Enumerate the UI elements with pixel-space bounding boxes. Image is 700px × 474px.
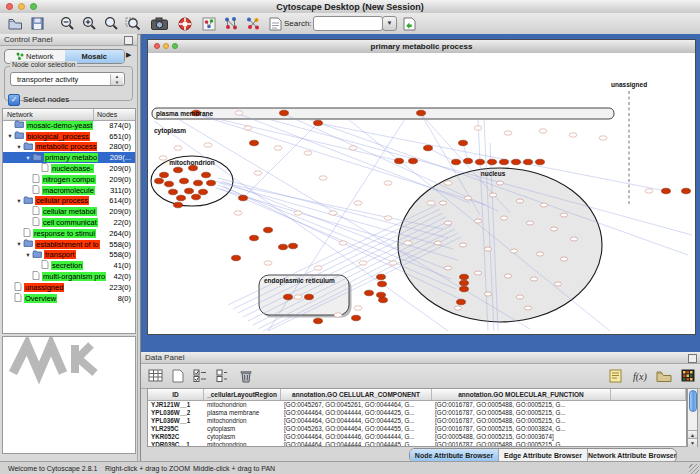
tree-row[interactable]: ▼transport558(0) xyxy=(3,250,135,261)
network-canvas[interactable]: plasma membranenucleusmitochondrionendop… xyxy=(148,53,695,334)
table-col-header[interactable]: _cellularLayoutRegion xyxy=(204,389,281,400)
open-icon[interactable] xyxy=(6,15,24,32)
select-nodes-checkbox[interactable]: ✓ xyxy=(8,94,20,106)
tree-row-label: cell communicat xyxy=(42,218,98,227)
network-overview-panel[interactable] xyxy=(2,336,136,454)
network-window[interactable]: primary metabolic process plasma membran… xyxy=(147,39,696,335)
new-attribute-icon[interactable] xyxy=(169,367,186,384)
tree-row[interactable]: response to stimul264(0) xyxy=(3,228,135,239)
control-panel: Control Panel NetworkMosaic ▶ Node color… xyxy=(0,34,138,461)
tab-scroll-right-icon[interactable]: ▶ xyxy=(126,51,131,59)
data-panel: Data Panel f(x) ID_cellularLayoutRegiona… xyxy=(140,352,700,461)
float-panel-icon[interactable] xyxy=(688,354,697,363)
expander-icon[interactable]: ▼ xyxy=(15,144,23,150)
tree-row[interactable]: cellular metabol209(0) xyxy=(3,206,135,217)
network-window-titlebar[interactable]: primary metabolic process xyxy=(148,40,695,54)
tree-row[interactable]: Overview8(0) xyxy=(3,293,135,304)
tree-row[interactable]: unassigned223(0) xyxy=(3,282,135,293)
layout-network-b-icon[interactable] xyxy=(244,15,262,32)
file-icon xyxy=(32,206,40,217)
attribute-table-header[interactable]: ID_cellularLayoutRegionannotation.GO CEL… xyxy=(148,389,686,401)
folder-icon xyxy=(32,153,42,163)
expander-icon[interactable]: ▼ xyxy=(15,241,23,247)
tree-row[interactable]: ▼establishment of lo558(0) xyxy=(3,239,135,250)
float-panel-icon[interactable] xyxy=(124,36,133,45)
table-row[interactable]: YPL036W__2plasma membrane[GO:0044464, GO… xyxy=(148,409,686,417)
tree-row-label: Overview xyxy=(24,294,57,303)
table-row[interactable]: YJR121W__1mitochondrion[GO:0045267, GO:0… xyxy=(148,401,686,409)
expander-icon[interactable]: ▼ xyxy=(6,133,14,139)
table-col-header[interactable]: annotation.GO MOLECULAR_FUNCTION xyxy=(432,389,611,400)
tree-row[interactable]: multi-organism pro42(0) xyxy=(3,271,135,282)
expander-icon[interactable]: ▼ xyxy=(24,155,32,161)
tree-row[interactable]: ▼primary metabo209(... xyxy=(3,152,135,163)
folder-icon xyxy=(14,120,24,130)
heatmap-icon[interactable] xyxy=(679,367,696,384)
svg-text:endoplasmic reticulum: endoplasmic reticulum xyxy=(264,277,335,285)
zoom-out-icon[interactable] xyxy=(58,15,76,32)
delete-attribute-icon[interactable] xyxy=(237,367,254,384)
select-attributes-icon[interactable] xyxy=(191,367,208,384)
snapshot-camera-icon[interactable] xyxy=(150,15,168,32)
table-icon[interactable] xyxy=(147,367,164,384)
import-folder-icon[interactable] xyxy=(655,367,672,384)
file-icon xyxy=(14,282,22,293)
node-color-attribute-value: transporter activity xyxy=(17,75,78,84)
node-color-attribute-select[interactable]: transporter activity ▲▼ xyxy=(10,72,125,86)
tree-row[interactable]: cell communicat22(0) xyxy=(3,217,135,228)
table-cell: [GO:0016787, GO:0005488, GO:0005215, G..… xyxy=(432,401,611,409)
search-dropdown-arrow[interactable]: ▼ xyxy=(382,16,397,31)
tree-row[interactable]: secretion41(0) xyxy=(3,260,135,271)
table-col-header[interactable]: ID xyxy=(148,389,204,400)
folder-icon xyxy=(23,142,33,152)
tree-row-count: 209(0) xyxy=(109,207,135,216)
tree-row[interactable]: nitrogen compo209(0) xyxy=(3,174,135,185)
table-cell: YPL036W__2 xyxy=(148,409,204,417)
table-row[interactable]: YKR052Ccytoplasm[GO:0044464, GO:0044446,… xyxy=(148,433,686,441)
scroll-down-icon[interactable]: ▼ xyxy=(688,438,697,447)
attribute-table-rows: YJR121W__1mitochondrion[GO:0045267, GO:0… xyxy=(148,401,686,447)
table-scrollbar[interactable]: ▲ ▼ xyxy=(687,388,698,447)
file-icon xyxy=(32,185,40,196)
search-input[interactable] xyxy=(313,16,383,31)
table-col-header[interactable]: annotation.GO CELLULAR_COMPONENT xyxy=(281,389,432,400)
expander-icon[interactable]: ▼ xyxy=(15,198,23,204)
zoom-selected-icon[interactable] xyxy=(124,15,142,32)
table-cell: [GO:0045267, GO:0045261, GO:0044464, G..… xyxy=(281,401,432,409)
save-icon[interactable] xyxy=(28,15,46,32)
expander-icon[interactable]: ▼ xyxy=(24,252,32,258)
folder-icon xyxy=(14,131,24,141)
file-icon xyxy=(41,163,49,174)
scrollbar-thumb[interactable] xyxy=(689,390,697,412)
table-cell: plasma membrane xyxy=(204,409,281,417)
plugin-manager-icon[interactable] xyxy=(400,15,418,32)
vizmapper-icon[interactable] xyxy=(200,15,218,32)
network-tree-rows: mosaic-demo-yeast874(0)▼biological_proce… xyxy=(3,120,135,304)
help-lifesaver-icon[interactable] xyxy=(176,15,194,32)
tree-row[interactable]: ▼metabolic process280(0) xyxy=(3,142,135,153)
zoom-fit-icon[interactable] xyxy=(102,15,120,32)
unselect-attributes-icon[interactable] xyxy=(213,367,230,384)
resize-grip[interactable] xyxy=(689,464,699,474)
network-tree-panel: Network Nodes mosaic-demo-yeast874(0)▼bi… xyxy=(2,108,136,334)
tree-col-nodes: Nodes xyxy=(94,109,135,120)
tree-row[interactable]: ▼cellular process614(0) xyxy=(3,196,135,207)
tree-row[interactable]: mosaic-demo-yeast874(0) xyxy=(3,120,135,131)
table-cell: [GO:0044464, GO:0044446, GO:0044444, G..… xyxy=(281,433,432,441)
tree-row-count: 280(0) xyxy=(109,142,135,151)
svg-text:cytoplasm: cytoplasm xyxy=(154,127,186,135)
annotation-icon[interactable] xyxy=(266,15,284,32)
tree-row[interactable]: macromolecule311(0) xyxy=(3,185,135,196)
tree-row[interactable]: nucleobase-209(0) xyxy=(3,163,135,174)
table-row[interactable]: YPL036W__1mitochondrion[GO:0044464, GO:0… xyxy=(148,417,686,425)
table-row[interactable]: YDR039C__1mitochondrion[GO:0044464, GO:0… xyxy=(148,441,686,447)
layout-network-a-icon[interactable] xyxy=(222,15,240,32)
search-label: Search: xyxy=(284,19,312,28)
zoom-in-icon[interactable] xyxy=(80,15,98,32)
table-row[interactable]: YLR295Ccytoplasm[GO:0045263, GO:0044464,… xyxy=(148,425,686,433)
tree-row[interactable]: ▼biological_process651(0) xyxy=(3,131,135,142)
clipboard-icon[interactable] xyxy=(607,367,624,384)
function-builder-icon[interactable]: f(x) xyxy=(631,367,648,384)
attribute-table[interactable]: ID_cellularLayoutRegionannotation.GO CEL… xyxy=(147,388,687,447)
tree-row-label: mosaic-demo-yeast xyxy=(26,121,93,130)
